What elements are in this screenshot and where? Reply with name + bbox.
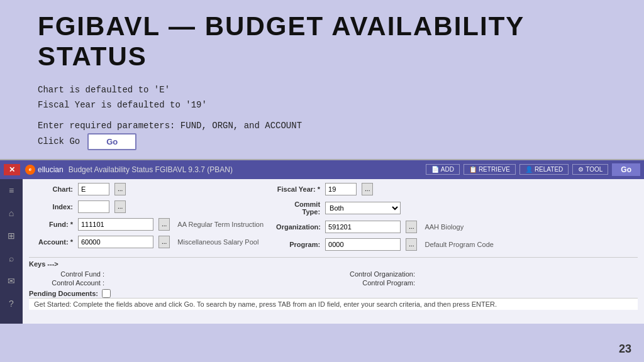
pending-checkbox[interactable] (102, 289, 111, 298)
account-ellipsis-button[interactable]: ... (158, 236, 170, 248)
app-title: Budget Availability Status FGIBAVL 9.3.7… (69, 165, 421, 174)
sidebar-icon-search[interactable]: ⌕ (3, 250, 20, 267)
index-ellipsis-button[interactable]: ... (114, 200, 126, 213)
control-org-label: Control Organization: (340, 270, 415, 278)
control-fund-label: Control Fund : (29, 270, 104, 278)
info-line2: Fiscal Year is defaulted to '19' (38, 98, 606, 113)
fiscal-year-input[interactable] (325, 183, 357, 195)
commit-type-select[interactable]: Both Committed Uncommitted (325, 202, 401, 214)
account-desc: Miscellaneous Salary Pool (177, 238, 258, 246)
status-bar: Get Started: Complete the fields above a… (29, 298, 638, 310)
program-label: Program: (276, 241, 320, 248)
related-button[interactable]: 👤 RELATED (519, 164, 569, 175)
logo-icon: e (25, 165, 35, 175)
account-input[interactable] (78, 236, 153, 248)
tools-button[interactable]: ⚙ TOOL (572, 164, 608, 175)
retrieve-icon: 📋 (469, 166, 477, 173)
control-program-label: Control Program: (340, 279, 415, 287)
program-desc: Default Program Code (425, 241, 493, 248)
keys-title: Keys ---> (29, 260, 638, 268)
tools-icon: ⚙ (578, 166, 584, 173)
chart-label: Chart: (29, 185, 73, 193)
related-icon: 👤 (525, 166, 533, 173)
chart-input[interactable] (78, 183, 109, 195)
params-label: Enter required parameters: FUND, ORGN, a… (38, 121, 302, 131)
close-button[interactable]: ✕ (4, 164, 20, 175)
logo-text: ellucian (38, 165, 64, 174)
page-title: FGIBAVL — BUDGET AVAILABILITY STATUS (38, 11, 606, 72)
fund-input[interactable] (78, 218, 153, 231)
logo-area: e ellucian (25, 165, 64, 175)
page-number: 23 (619, 343, 631, 356)
left-sidebar: ≡ ⌂ ⊞ ⌕ ✉ ? (0, 179, 23, 324)
fund-desc: AA Regular Term Instruction (177, 221, 264, 228)
add-icon: 📄 (431, 166, 439, 173)
sidebar-icon-menu[interactable]: ≡ (3, 182, 20, 199)
commit-type-label: Commit Type: (276, 200, 320, 216)
click-go-label: Click Go (38, 136, 80, 146)
index-label: Index: (29, 203, 73, 211)
status-text: Get Started: Complete the fields above a… (34, 300, 497, 308)
main-content: Chart: ... Index: ... Fund: * ... (23, 179, 644, 324)
fund-ellipsis-button[interactable]: ... (158, 218, 170, 231)
info-line1: Chart is defaulted to 'E' (38, 83, 606, 98)
sidebar-icon-mail[interactable]: ✉ (3, 272, 20, 290)
slide-go-button[interactable]: Go (87, 133, 136, 150)
control-account-label: Control Account : (29, 279, 104, 287)
organization-input[interactable] (325, 221, 401, 233)
retrieve-button[interactable]: 📋 RETRIEVE (464, 164, 516, 175)
program-ellipsis-button[interactable]: ... (406, 238, 417, 251)
fiscal-year-ellipsis-button[interactable]: ... (362, 183, 373, 195)
fund-label: Fund: * (29, 221, 73, 228)
fiscal-year-label: Fiscal Year: * (276, 185, 320, 193)
organization-label: Organization: (276, 223, 320, 231)
chart-ellipsis-button[interactable]: ... (114, 183, 126, 195)
index-input[interactable] (78, 200, 109, 213)
sidebar-icon-grid[interactable]: ⊞ (3, 227, 20, 244)
organization-desc: AAH Biology (425, 223, 464, 231)
topbar-go-button[interactable]: Go (612, 163, 640, 176)
account-label: Account: * (29, 238, 73, 246)
sidebar-icon-home[interactable]: ⌂ (3, 204, 20, 222)
add-button[interactable]: 📄 ADD (426, 164, 460, 175)
program-input[interactable] (325, 238, 401, 251)
pending-label: Pending Documents: (29, 290, 98, 297)
sidebar-icon-help[interactable]: ? (3, 295, 20, 312)
organization-ellipsis-button[interactable]: ... (406, 221, 417, 233)
